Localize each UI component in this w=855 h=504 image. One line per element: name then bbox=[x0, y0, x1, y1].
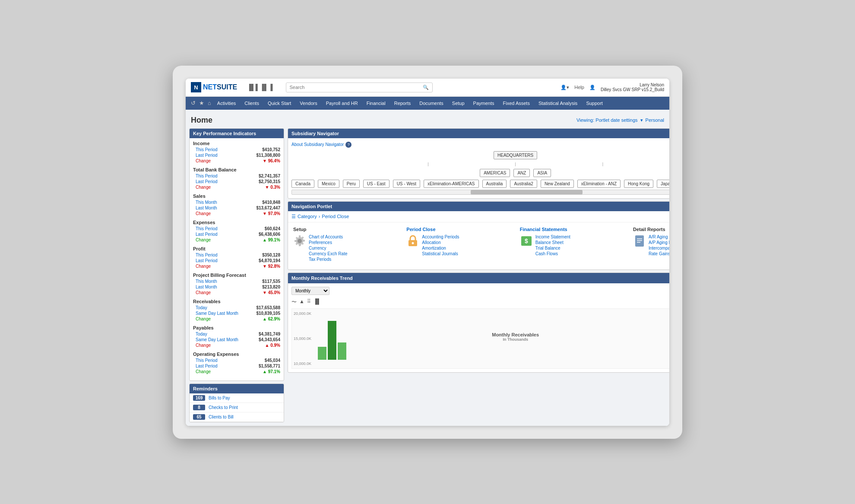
kpi-label[interactable]: This Period bbox=[196, 147, 218, 152]
link-currency-exch[interactable]: Currency Exch Rate bbox=[309, 251, 347, 256]
help-label[interactable]: Help bbox=[574, 85, 584, 90]
kpi-change-label[interactable]: Change bbox=[196, 238, 211, 242]
nav-item-support[interactable]: Support bbox=[582, 97, 607, 110]
kpi-label[interactable]: Today bbox=[196, 332, 207, 336]
link-intercompany-elim[interactable]: Intercompany Elim bbox=[649, 246, 669, 250]
kpi-label[interactable]: Today bbox=[196, 305, 207, 310]
reminder-label-clients[interactable]: Clients to Bill bbox=[209, 415, 234, 419]
tree-node-japan[interactable]: Japan bbox=[657, 180, 669, 188]
viewing-label[interactable]: Viewing: Portlet date settings bbox=[576, 117, 638, 123]
kpi-change-label[interactable]: Change bbox=[196, 158, 211, 163]
nav-item-documents[interactable]: Documents bbox=[415, 97, 448, 110]
tree-node-mexico[interactable]: Mexico bbox=[318, 180, 339, 188]
kpi-label[interactable]: Same Day Last Month bbox=[196, 311, 238, 316]
tree-node-useast[interactable]: US - East bbox=[363, 180, 390, 188]
kpi-label[interactable]: Same Day Last Month bbox=[196, 337, 238, 342]
link-cash-flows[interactable]: Cash Flows bbox=[535, 251, 570, 256]
link-ap-aging-report[interactable]: A/P Aging Report bbox=[649, 240, 669, 245]
breadcrumb-period-close[interactable]: Period Close bbox=[322, 214, 349, 219]
chart-type-bar-icon[interactable]: ▐▌ bbox=[314, 298, 321, 306]
kpi-label[interactable]: This Month bbox=[196, 279, 217, 284]
kpi-label[interactable]: This Month bbox=[196, 200, 217, 205]
nav-item-activities[interactable]: Activities bbox=[213, 97, 240, 110]
chart-type-line-icon[interactable]: 〜 bbox=[291, 298, 297, 306]
chart-type-scatter-icon[interactable]: ⠿ bbox=[307, 298, 311, 306]
kpi-label[interactable]: Last Period bbox=[196, 232, 218, 237]
link-amortization[interactable]: Amortization bbox=[422, 246, 459, 250]
tree-node-nz[interactable]: New Zealand bbox=[541, 180, 574, 188]
kpi-change-label[interactable]: Change bbox=[196, 317, 211, 321]
nav-item-quickstart[interactable]: Quick Start bbox=[263, 97, 295, 110]
nav-item-payments[interactable]: Payments bbox=[469, 97, 499, 110]
link-income-statement[interactable]: Income Statement bbox=[535, 235, 570, 239]
link-trial-balance[interactable]: Trial Balance bbox=[535, 246, 570, 250]
nav-back-icon[interactable]: ↺ bbox=[189, 100, 197, 106]
link-currency[interactable]: Currency bbox=[309, 246, 347, 250]
kpi-change-label[interactable]: Change bbox=[196, 343, 211, 348]
link-rate-gains[interactable]: Rate Gains/Losses bbox=[649, 251, 669, 256]
sub-nav-about[interactable]: About Subsidiary Navigator ? bbox=[291, 142, 669, 148]
link-balance-sheet[interactable]: Balance Sheet bbox=[535, 240, 570, 245]
nav-home-icon[interactable]: ⌂ bbox=[206, 100, 213, 106]
breadcrumb-category[interactable]: Category bbox=[298, 214, 317, 219]
nav-portlet-item-setup: Chart of Accounts Preferences Currency C… bbox=[293, 235, 398, 262]
tree-node-australia[interactable]: Australia bbox=[482, 180, 507, 188]
nav-item-reports[interactable]: Reports bbox=[390, 97, 415, 110]
reminder-label-checks[interactable]: Checks to Print bbox=[209, 405, 238, 410]
tree-node-hk[interactable]: Hong Kong bbox=[624, 180, 653, 188]
nav-item-financial[interactable]: Financial bbox=[362, 97, 390, 110]
nav-item-statistical[interactable]: Statistical Analysis bbox=[534, 97, 582, 110]
tree-node-canada[interactable]: Canada bbox=[291, 180, 314, 188]
chart-type-area-icon[interactable]: ▲ bbox=[299, 298, 304, 306]
kpi-row: Change▼ 96.4% bbox=[196, 158, 280, 164]
personal-label[interactable]: Personal bbox=[646, 117, 664, 123]
tree-node-peru[interactable]: Peru bbox=[343, 180, 360, 188]
kpi-label[interactable]: This Period bbox=[196, 226, 218, 231]
nav-item-clients[interactable]: Clients bbox=[240, 97, 263, 110]
tree-node-anz[interactable]: ANZ bbox=[513, 169, 530, 177]
link-preferences[interactable]: Preferences bbox=[309, 240, 347, 245]
monthly-dropdown[interactable]: Monthly Weekly Quarterly bbox=[291, 287, 329, 295]
tree-node-americas[interactable]: AMERICAS bbox=[480, 169, 510, 177]
nav-star-icon[interactable]: ★ bbox=[197, 100, 206, 106]
kpi-label[interactable]: This Period bbox=[196, 253, 218, 257]
kpi-label[interactable]: Last Period bbox=[196, 179, 218, 184]
link-accounting-periods[interactable]: Accounting Periods bbox=[422, 235, 459, 239]
link-chart-of-accounts[interactable]: Chart of Accounts bbox=[309, 235, 347, 239]
scroll-bar[interactable] bbox=[291, 190, 669, 195]
tree-node-xelim-anz[interactable]: xElimination - ANZ bbox=[577, 180, 621, 188]
search-input[interactable] bbox=[290, 85, 421, 90]
notifications-icon[interactable]: 👤▾ bbox=[560, 85, 569, 90]
nav-item-vendors[interactable]: Vendors bbox=[295, 97, 321, 110]
kpi-change-label[interactable]: Change bbox=[196, 290, 211, 295]
kpi-row: This Month$410,848 bbox=[196, 200, 280, 205]
kpi-label[interactable]: Last Period bbox=[196, 258, 218, 263]
kpi-label[interactable]: This Period bbox=[196, 174, 218, 178]
link-tax-periods[interactable]: Tax Periods bbox=[309, 257, 347, 262]
user-name: Larry Nelson bbox=[640, 82, 664, 87]
tree-node-uswest[interactable]: US - West bbox=[393, 180, 420, 188]
kpi-label[interactable]: Last Period bbox=[196, 153, 218, 158]
tree-node-australia2[interactable]: Australia2 bbox=[510, 180, 537, 188]
kpi-label[interactable]: Last Month bbox=[196, 206, 217, 210]
kpi-label[interactable]: Last Period bbox=[196, 364, 218, 368]
kpi-change-label[interactable]: Change bbox=[196, 211, 211, 216]
tree-node-xelim-americas[interactable]: xElimination-AMERICAS bbox=[424, 180, 478, 188]
nav-item-setup[interactable]: Setup bbox=[448, 97, 469, 110]
reminder-label-bills[interactable]: Bills to Pay bbox=[209, 396, 230, 400]
kpi-change-label[interactable]: Change bbox=[196, 264, 211, 269]
link-ar-aging-report[interactable]: A/R Aging Report bbox=[649, 235, 669, 239]
tree-node-hq[interactable]: HEADQUARTERS bbox=[494, 151, 537, 159]
link-allocation[interactable]: Allocation bbox=[422, 240, 459, 245]
kpi-change-label[interactable]: Change bbox=[196, 369, 211, 374]
monthly-rec-title: Monthly Receivables Trend bbox=[291, 276, 353, 281]
kpi-label[interactable]: Last Month bbox=[196, 285, 217, 289]
kpi-label[interactable]: This Period bbox=[196, 358, 218, 363]
tree-node-asia[interactable]: ASIA bbox=[533, 169, 551, 177]
kpi-change-label[interactable]: Change bbox=[196, 185, 211, 190]
kpi-group-title-expenses: Expenses bbox=[193, 220, 280, 225]
link-statistical-journals[interactable]: Statistical Journals bbox=[422, 251, 459, 256]
kpi-group-title-receivables: Receivables bbox=[193, 299, 280, 304]
nav-item-fixed-assets[interactable]: Fixed Assets bbox=[499, 97, 534, 110]
nav-item-payroll[interactable]: Payroll and HR bbox=[322, 97, 362, 110]
